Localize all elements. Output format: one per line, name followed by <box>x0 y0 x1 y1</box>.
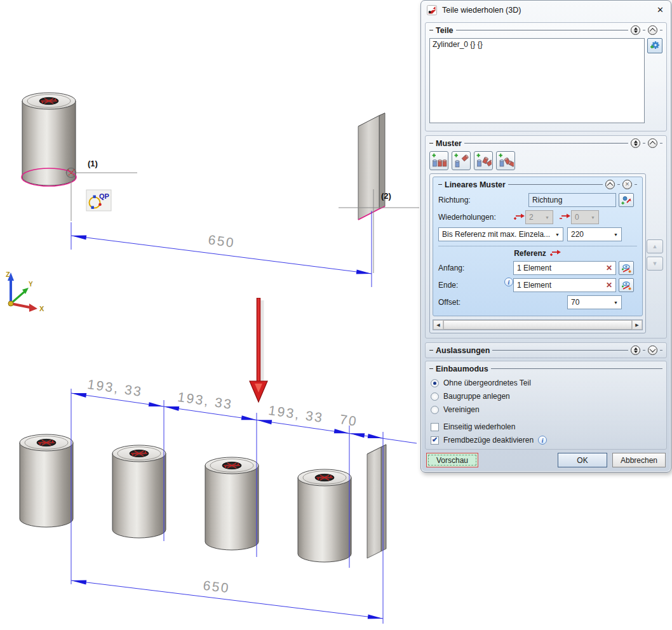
pattern-cylinder-3[interactable] <box>205 457 259 550</box>
ok-button[interactable]: OK <box>558 453 607 467</box>
dialog-footer: Vorschau OK Abbrechen <box>426 453 666 467</box>
scrollbar-thumb[interactable] <box>443 320 632 330</box>
repeat-minus-direction-icon <box>559 213 571 222</box>
rotation-pattern-icon <box>497 152 514 169</box>
radio-row[interactable]: Baugruppe anlegen <box>431 392 661 401</box>
dialog-app-icon <box>427 5 437 15</box>
vorschau-button[interactable]: Vorschau <box>426 453 478 467</box>
clear-ende-icon[interactable]: ✕ <box>606 281 612 290</box>
radio-label: Vereinigen <box>443 405 480 414</box>
dimension-650-top: 650 <box>71 211 372 287</box>
axis-z-label: Z <box>6 271 10 278</box>
rotation-pattern-button[interactable] <box>496 151 515 170</box>
axis-y-label: Y <box>29 281 33 288</box>
offset-label: Offset: <box>438 298 513 307</box>
cad-viewport[interactable]: (1) QP (2) 650 <box>0 0 420 630</box>
parts-list[interactable]: Zylinder_0 {} {} <box>429 38 645 123</box>
dim-seg2-label: 193, 33 <box>177 389 234 412</box>
collapse-up-icon[interactable] <box>605 180 615 189</box>
expand-down-icon[interactable] <box>648 345 657 355</box>
linear-pattern-button[interactable] <box>429 151 448 170</box>
pattern-scroll-area: Lineares Muster ✕ Richtung: Richtung <box>429 173 646 333</box>
radio-row[interactable]: Vereinigen <box>431 405 661 414</box>
einbaumodus-section-title: Einbaumodus <box>436 365 488 373</box>
anfang-input[interactable]: 1 Element ✕ <box>513 261 616 275</box>
remove-pattern-icon[interactable]: ✕ <box>622 180 632 189</box>
checkbox-fremdbezuege-deaktivieren[interactable]: ✔ <box>431 436 439 445</box>
axis-x-label: X <box>39 305 44 312</box>
dim-650-top-label: 650 <box>207 232 236 250</box>
target-plate[interactable] <box>358 113 385 220</box>
collapse-up-icon[interactable] <box>648 138 657 148</box>
pattern-type-toolbar <box>429 151 662 170</box>
fremdbezuege-info-icon: i <box>538 436 547 445</box>
pick-ende-button[interactable] <box>619 278 634 292</box>
checkbox-row[interactable]: Einseitig wiederholen <box>431 422 661 431</box>
pick-reference-icon <box>621 281 631 290</box>
ende-label: Ende: <box>438 281 513 290</box>
pin-toggle-icon[interactable] <box>631 345 640 355</box>
move-up-icon[interactable]: ▲ <box>647 239 663 253</box>
qp-snap-icon: QP <box>86 190 111 211</box>
pin-toggle-icon[interactable] <box>631 25 640 35</box>
collapse-up-icon[interactable] <box>648 25 657 35</box>
dialog-title: Teile wiederholen (3D) <box>442 6 650 15</box>
groupbox-dash <box>429 143 433 144</box>
pick-anfang-button[interactable] <box>619 261 634 275</box>
groupbox-dash <box>438 184 442 185</box>
checkbox-label: Fremdbezüge deaktivieren <box>443 436 534 445</box>
pattern-cylinder-2[interactable] <box>112 445 166 538</box>
radio-baugruppe-anlegen[interactable] <box>431 392 439 401</box>
pick-reference-icon <box>621 264 631 273</box>
anfang-label: Anfang: <box>438 264 513 272</box>
linear-pattern-icon <box>431 152 447 169</box>
richtung-input[interactable]: Richtung <box>528 193 616 207</box>
point2-label: (2) <box>381 191 391 201</box>
lineares-muster-panel: Lineares Muster ✕ Richtung: Richtung <box>433 177 643 316</box>
abbrechen-button[interactable]: Abbrechen <box>612 453 666 467</box>
dim-650-bottom-label: 650 <box>202 578 231 596</box>
checkbox-row[interactable]: ✔ Fremdbezüge deaktivieren i <box>431 436 661 445</box>
repeat-count-plus-select: 2▼ <box>525 210 553 224</box>
max-distance-select[interactable]: 220▼ <box>567 227 622 241</box>
referenz-direction-icon <box>549 249 561 258</box>
scroll-right-icon[interactable]: ▶ <box>632 320 642 330</box>
close-icon[interactable]: ✕ <box>655 5 665 15</box>
section-muster: Muster <box>425 135 667 338</box>
dim-seg4-label: 70 <box>339 412 358 429</box>
pattern-cylinder-4[interactable] <box>298 469 351 562</box>
scroll-left-icon[interactable]: ◀ <box>433 320 443 330</box>
pattern-mode-select[interactable]: Bis Referenz mit max. Einzela...▼ <box>438 227 563 241</box>
radio-label: Ohne übergeordnetes Teil <box>443 379 531 387</box>
move-down-icon[interactable]: ▼ <box>647 257 663 271</box>
groupbox-dash <box>429 368 433 369</box>
radio-row[interactable]: Ohne übergeordnetes Teil <box>431 379 661 387</box>
repeat-plus-direction-icon <box>513 213 525 222</box>
pattern-two-points-icon <box>453 152 469 169</box>
teile-section-title: Teile <box>436 26 454 35</box>
teile-wiederholen-dialog: Teile wiederholen (3D) ✕ Teile Zylinder_… <box>420 0 671 473</box>
pin-toggle-icon[interactable] <box>631 138 640 148</box>
clear-anfang-icon[interactable]: ✕ <box>606 264 612 272</box>
dim-seg3-label: 193, 33 <box>267 403 325 425</box>
groupbox-dash <box>429 350 433 351</box>
dialog-titlebar[interactable]: Teile wiederholen (3D) ✕ <box>421 1 671 19</box>
ende-input[interactable]: 1 Element ✕ <box>513 278 616 292</box>
pick-direction-button[interactable] <box>619 193 634 207</box>
pattern-two-points-button[interactable] <box>452 151 471 170</box>
qp-label: QP <box>99 192 109 200</box>
circular-pattern-button[interactable] <box>474 151 493 170</box>
wiederholungen-label: Wiederholungen: <box>438 213 513 222</box>
radio-ohne-uebergeordnetes-teil[interactable] <box>431 379 439 387</box>
pattern-cylinder-1[interactable] <box>20 434 73 527</box>
horizontal-scrollbar[interactable]: ◀ ▶ <box>433 319 643 330</box>
radio-vereinigen[interactable] <box>431 406 439 414</box>
pattern-order-buttons: ▲ ▼ <box>647 239 663 271</box>
checkbox-einseitig-wiederholen[interactable] <box>431 423 439 431</box>
radio-label: Baugruppe anlegen <box>443 392 510 401</box>
select-parts-button[interactable] <box>647 38 662 53</box>
parts-list-item[interactable]: Zylinder_0 {} {} <box>433 40 642 49</box>
offset-select[interactable]: 70▼ <box>567 295 622 309</box>
coordinate-axes: Z Y X <box>6 271 44 312</box>
source-cylinder[interactable] <box>22 93 76 186</box>
